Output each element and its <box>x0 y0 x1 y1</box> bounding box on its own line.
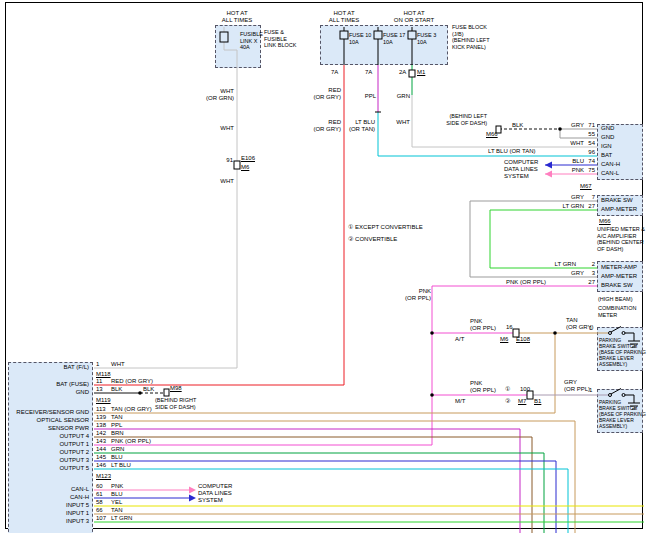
fuse-label: FUSE 10 10A <box>349 32 371 45</box>
pin-number: 1 <box>96 361 99 368</box>
terminal-name: OUTPUT 5 <box>10 465 89 472</box>
terminal-name: INPUT 5 <box>10 502 89 509</box>
terminal-name: OUTPUT 4 <box>10 433 89 440</box>
pin-number: 11 <box>96 378 102 385</box>
wire-color-label: WHT <box>394 119 410 126</box>
terminal-name: CAN-L <box>10 486 89 493</box>
wire-color-label: WHT <box>111 361 125 368</box>
wire-color-label: LT BLU (OR TAN) <box>340 119 375 133</box>
component-title: UNIFIED METER & A/C AMPLIFIER (BEHIND CE… <box>597 226 645 252</box>
wire-color-label: LT GRN <box>556 203 584 210</box>
wire-color-label: WHT <box>216 178 234 185</box>
wire-color-label: BRN <box>111 430 124 437</box>
pin-number: 55 <box>585 131 595 138</box>
terminal-name: BAT <box>601 152 612 159</box>
connector-label: M119 <box>96 397 111 404</box>
wiring-diagram-page: HOT AT ALL TIMES FUSIBLE LINK X 40A FUSE… <box>0 0 650 533</box>
pin-number: 60 <box>96 483 103 490</box>
pin-number: 13 <box>96 386 103 393</box>
pin-number: 144 <box>96 446 106 453</box>
wire-color-label: PNK (OR PPL) <box>405 288 431 302</box>
fuse-block-label: FUSE BLOCK (J/B) (BEHIND LEFT KICK PANEL… <box>452 24 490 50</box>
pin-number: 138 <box>96 422 106 429</box>
wire-color-label: TAN <box>111 414 123 421</box>
wire-color-label: GRN <box>394 93 410 100</box>
wire-color-label: WHT <box>564 140 584 147</box>
wire-color-label: RED (OR GRY) <box>303 87 341 101</box>
terminal-name: AMP-METER <box>601 273 637 280</box>
pin-number: 27 <box>585 203 595 210</box>
wire-color-label: RED (OR GRY) <box>111 378 153 385</box>
terminal-name: AMP-METER <box>601 206 637 213</box>
wire-color-label: BLK <box>111 386 122 393</box>
wire-color-label: WHT <box>216 125 234 132</box>
pin-number: 61 <box>96 491 103 498</box>
fuse-label: FUSE 3 10A <box>417 32 436 45</box>
pin-number: 58 <box>96 499 103 506</box>
wire-color-label: TAN (OR GRY) <box>111 406 152 413</box>
terminal-name: GND <box>601 134 614 141</box>
transmission-label: A/T <box>455 336 464 343</box>
pin-number: 100 <box>520 386 530 393</box>
wire-color-label: PNK (OR PPL) <box>111 438 151 445</box>
wire-color-label: PPL <box>111 422 122 429</box>
pin-number: 74 <box>585 158 595 165</box>
terminal-name: OUTPUT 3 <box>10 457 89 464</box>
wire-color-label: WHT (OR GRN) <box>196 88 234 102</box>
wire-color-label: LT GRN <box>111 515 132 522</box>
wire-color-label: YEL <box>111 499 122 506</box>
connector-label: M67 <box>580 183 592 190</box>
pin-number: 107 <box>96 515 106 522</box>
location-note: (BEHIND LEFT SIDE OF DASH) <box>432 113 487 126</box>
wire-color-label: GRY <box>564 194 584 201</box>
wire-color-label: BLU <box>564 158 584 165</box>
terminal-name: CAN-L <box>601 170 619 177</box>
wire-color-label: PNK <box>564 167 584 174</box>
wire-color-label: GRY (OR PPL) <box>564 379 590 393</box>
wire-color-label: RED (OR GRY) <box>303 119 341 133</box>
terminal-name: METER-AMP <box>601 264 637 271</box>
connector-label: M66 <box>486 131 498 138</box>
wire-color-label: LT BLU <box>111 462 131 469</box>
pin-number: 27 <box>585 279 595 286</box>
connector-label: M123 <box>96 473 111 480</box>
pin-number: 75 <box>585 167 595 174</box>
wire-color-label: PPL <box>360 93 376 100</box>
terminal-name: IGN <box>601 143 612 150</box>
connector-label: M7 <box>518 398 526 405</box>
component-title: PARKING BRAKE SWITCH (BASE OF PARKING BR… <box>599 337 646 367</box>
terminal-name: BAT (FUSE) <box>10 381 89 388</box>
connector-label: M98 <box>170 385 182 392</box>
terminal-name: INPUT 1 <box>10 510 89 517</box>
data-lines-label: COMPUTER DATA LINES SYSTEM <box>198 483 232 505</box>
terminal-name: CAN-H <box>10 494 89 501</box>
terminal-name: BRAKE SW <box>601 282 633 289</box>
terminal-name: GND <box>601 125 614 132</box>
note-ref: ① <box>505 386 510 393</box>
wire-color-label: GRY <box>564 270 584 277</box>
pin-number: 143 <box>96 438 106 445</box>
wire-color-label: BLU <box>111 454 123 461</box>
terminal-name: SENSOR PWR <box>10 425 89 432</box>
pin-number: 2 <box>585 261 595 268</box>
wire-color-label: PNK (OR PPL) <box>506 279 546 286</box>
connector-label: E108 <box>516 336 530 343</box>
pin-number: 1 <box>589 387 592 394</box>
fuse-label: FUSE 17 10A <box>383 32 405 45</box>
terminal-name: OUTPUT 1 <box>10 441 89 448</box>
wire-color-label: GRY <box>564 122 584 129</box>
terminal-label: 7A <box>331 69 338 76</box>
connector-label: M66 <box>599 218 611 225</box>
pin-number: 7 <box>585 194 595 201</box>
fusible-link-label: FUSIBLE LINK X 40A <box>240 31 263 51</box>
connector-label: M6 <box>500 336 508 343</box>
transmission-label: M/T <box>455 398 465 405</box>
pin-number: 139 <box>96 414 106 421</box>
connector-label: M6 <box>241 164 249 171</box>
component-subtitle: (HIGH BEAM) <box>598 296 633 303</box>
note-ref: ② <box>505 398 510 405</box>
terminal-name: OPTICAL SENSOR <box>10 417 89 424</box>
terminal-name: GND <box>10 389 89 396</box>
fusible-link-block-label: FUSE & FUSIBLE LINK BLOCK <box>264 29 296 49</box>
wire-color-label: BLK <box>512 122 523 129</box>
